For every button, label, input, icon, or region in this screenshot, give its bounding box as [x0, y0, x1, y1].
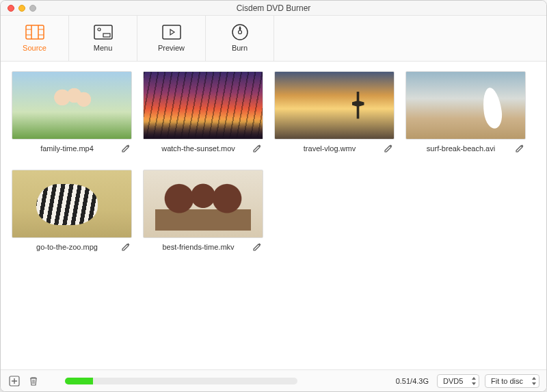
capacity-progress [65, 378, 297, 384]
tab-label: Burn [232, 44, 248, 52]
preview-icon [162, 25, 181, 40]
tab-menu[interactable]: Menu [69, 16, 137, 61]
capacity-label: 0.51/4.3G [396, 377, 429, 385]
edit-icon[interactable] [515, 144, 524, 153]
video-caption: travel-vlog.wmv [274, 144, 395, 153]
video-caption: go-to-the-zoo.mpg [12, 242, 132, 252]
video-filename: family-time.mp4 [13, 144, 121, 153]
titlebar: Cisdem DVD Burner [1, 1, 546, 16]
video-thumbnail [405, 71, 526, 140]
status-bar: 0.51/4.3G DVD5 Fit to disc [1, 369, 546, 391]
window-title: Cisdem DVD Burner [1, 3, 546, 13]
video-thumbnail [12, 71, 132, 140]
video-item[interactable]: watch-the-sunset.mov [143, 71, 263, 153]
video-thumbnail [274, 71, 395, 140]
video-filename: go-to-the-zoo.mpg [13, 243, 121, 251]
tab-burn[interactable]: Burn [206, 16, 274, 61]
disc-type-select[interactable]: DVD5 [437, 374, 479, 388]
svg-point-13 [238, 31, 241, 34]
app-window: Cisdem DVD Burner Source Menu Preview Bu… [0, 0, 547, 392]
video-item[interactable]: family-time.mp4 [12, 71, 132, 153]
video-filename: best-friends-time.mkv [144, 243, 252, 251]
video-caption: watch-the-sunset.mov [143, 144, 263, 153]
edit-icon[interactable] [252, 144, 262, 153]
tab-label: Preview [158, 44, 185, 52]
fit-mode-select[interactable]: Fit to disc [485, 374, 539, 388]
video-item[interactable]: surf-break-beach.avi [405, 71, 526, 153]
video-item[interactable]: best-friends-time.mkv [143, 170, 263, 252]
svg-rect-0 [26, 25, 44, 39]
tab-source[interactable]: Source [1, 16, 69, 61]
svg-point-8 [98, 28, 101, 31]
add-button[interactable] [8, 374, 21, 388]
edit-icon[interactable] [121, 144, 131, 153]
disc-type-value: DVD5 [443, 377, 463, 385]
filmstrip-icon [25, 25, 44, 40]
edit-icon[interactable] [384, 144, 393, 153]
fit-mode-value: Fit to disc [491, 377, 523, 385]
content-area: family-time.mp4 watch-the-sunset.mov [1, 62, 546, 369]
video-thumbnail [143, 170, 263, 238]
video-caption: best-friends-time.mkv [143, 242, 263, 252]
tab-label: Menu [94, 44, 113, 52]
video-grid: family-time.mp4 watch-the-sunset.mov [12, 71, 535, 252]
video-filename: watch-the-sunset.mov [144, 144, 252, 153]
capacity-progress-bar [65, 378, 93, 384]
burn-disc-icon [230, 25, 250, 40]
edit-icon[interactable] [252, 242, 262, 252]
menu-layout-icon [94, 25, 113, 40]
video-item[interactable]: go-to-the-zoo.mpg [12, 170, 132, 252]
delete-button[interactable] [27, 374, 40, 388]
main-tabs: Source Menu Preview Burn [1, 16, 546, 62]
video-thumbnail [12, 170, 132, 238]
video-caption: family-time.mp4 [12, 144, 132, 153]
video-thumbnail [143, 71, 263, 140]
video-filename: travel-vlog.wmv [276, 144, 384, 153]
svg-marker-11 [170, 29, 174, 35]
tab-preview[interactable]: Preview [137, 16, 206, 61]
svg-rect-10 [163, 25, 181, 39]
video-item[interactable]: travel-vlog.wmv [274, 71, 395, 153]
video-filename: surf-break-beach.avi [407, 144, 515, 153]
tab-label: Source [23, 44, 46, 52]
video-caption: surf-break-beach.avi [405, 144, 526, 153]
svg-rect-9 [103, 34, 110, 37]
edit-icon[interactable] [121, 242, 131, 252]
